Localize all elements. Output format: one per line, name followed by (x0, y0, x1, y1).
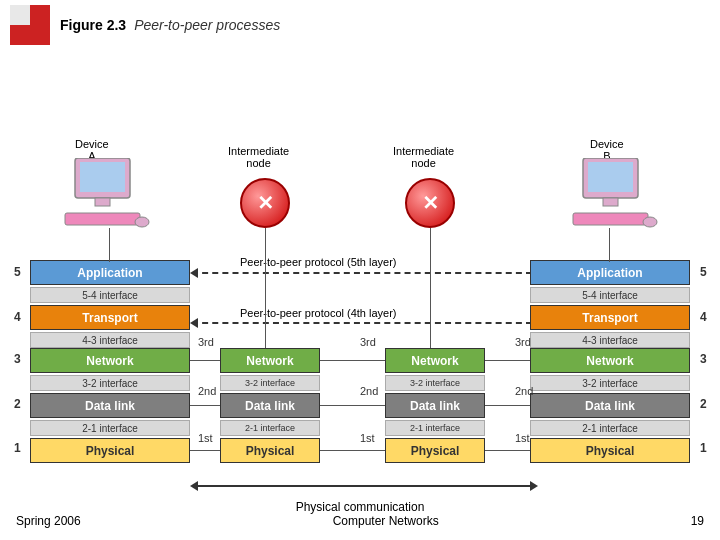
svg-point-9 (643, 217, 657, 227)
svg-point-4 (135, 217, 149, 227)
interface-32-mid1: 3-2 interface (220, 375, 320, 391)
layer-num-4-left: 4 (14, 310, 21, 324)
interface-32-right: 3-2 interface (530, 375, 690, 391)
interface-43-left: 4-3 interface (30, 332, 190, 348)
router-left (240, 178, 290, 228)
datalink-layer-left: Data link (30, 393, 190, 418)
intermediate-node-left-label: Intermediate node (228, 145, 289, 169)
protocol-5th-label: Peer-to-peer protocol (5th layer) (240, 256, 397, 268)
network-layer-left: Network (30, 348, 190, 373)
interface-21-right: 2-1 interface (530, 420, 690, 436)
ordinal-2nd-3: 2nd (515, 385, 533, 397)
intermediate-node-right-label: Intermediate node (393, 145, 454, 169)
svg-rect-1 (80, 162, 125, 192)
layer-num-3-left: 3 (14, 352, 21, 366)
header-logo (10, 5, 50, 45)
app-layer-left: Application (30, 260, 190, 285)
header-title: Peer-to-peer processes (134, 17, 280, 33)
diagram: Device A Device B Intermed (0, 50, 720, 530)
physical-layer-mid2: Physical (385, 438, 485, 463)
physical-comm-arrow (192, 485, 532, 487)
protocol-4th-arrow (192, 322, 532, 324)
computer-a (60, 158, 150, 242)
physical-layer-right: Physical (530, 438, 690, 463)
ordinal-1st-3: 1st (515, 432, 530, 444)
network-layer-mid2: Network (385, 348, 485, 373)
layer-num-2-left: 2 (14, 397, 21, 411)
datalink-layer-right: Data link (530, 393, 690, 418)
ordinal-3rd-1: 3rd (198, 336, 214, 348)
interface-54-left: 5-4 interface (30, 287, 190, 303)
interface-43-right: 4-3 interface (530, 332, 690, 348)
interface-21-mid1: 2-1 interface (220, 420, 320, 436)
layer-num-5-right: 5 (700, 265, 707, 279)
datalink-layer-mid1: Data link (220, 393, 320, 418)
svg-rect-8 (573, 213, 648, 225)
interface-32-mid2: 3-2 interface (385, 375, 485, 391)
physical-layer-mid1: Physical (220, 438, 320, 463)
layer-num-4-right: 4 (700, 310, 707, 324)
svg-rect-7 (603, 198, 618, 206)
layer-num-1-right: 1 (700, 441, 707, 455)
layer-num-3-right: 3 (700, 352, 707, 366)
footer-center: Computer Networks (333, 514, 439, 528)
transport-layer-right: Transport (530, 305, 690, 330)
router-right (405, 178, 455, 228)
footer-left: Spring 2006 (16, 514, 81, 528)
network-layer-mid1: Network (220, 348, 320, 373)
ordinal-3rd-3: 3rd (515, 336, 531, 348)
svg-rect-3 (65, 213, 140, 225)
protocol-4th-label: Peer-to-peer protocol (4th layer) (240, 307, 397, 319)
footer: Spring 2006 Computer Networks 19 (0, 514, 720, 528)
datalink-layer-mid2: Data link (385, 393, 485, 418)
app-layer-right: Application (530, 260, 690, 285)
ordinal-1st-1: 1st (198, 432, 213, 444)
ordinal-2nd-2: 2nd (360, 385, 378, 397)
interface-54-right: 5-4 interface (530, 287, 690, 303)
header: Figure 2.3 Peer-to-peer processes (0, 0, 720, 50)
svg-rect-2 (95, 198, 110, 206)
ordinal-1st-2: 1st (360, 432, 375, 444)
svg-rect-6 (588, 162, 633, 192)
network-layer-right: Network (530, 348, 690, 373)
interface-21-left: 2-1 interface (30, 420, 190, 436)
computer-b (568, 158, 658, 242)
interface-32-left: 3-2 interface (30, 375, 190, 391)
physical-comm-label: Physical communication (240, 500, 480, 514)
layer-num-5-left: 5 (14, 265, 21, 279)
layer-num-1-left: 1 (14, 441, 21, 455)
ordinal-2nd-1: 2nd (198, 385, 216, 397)
footer-right: 19 (691, 514, 704, 528)
transport-layer-left: Transport (30, 305, 190, 330)
interface-21-mid2: 2-1 interface (385, 420, 485, 436)
layer-num-2-right: 2 (700, 397, 707, 411)
ordinal-3rd-2: 3rd (360, 336, 376, 348)
header-figure: Figure 2.3 (60, 17, 126, 33)
protocol-5th-arrow (192, 272, 532, 274)
physical-layer-left: Physical (30, 438, 190, 463)
